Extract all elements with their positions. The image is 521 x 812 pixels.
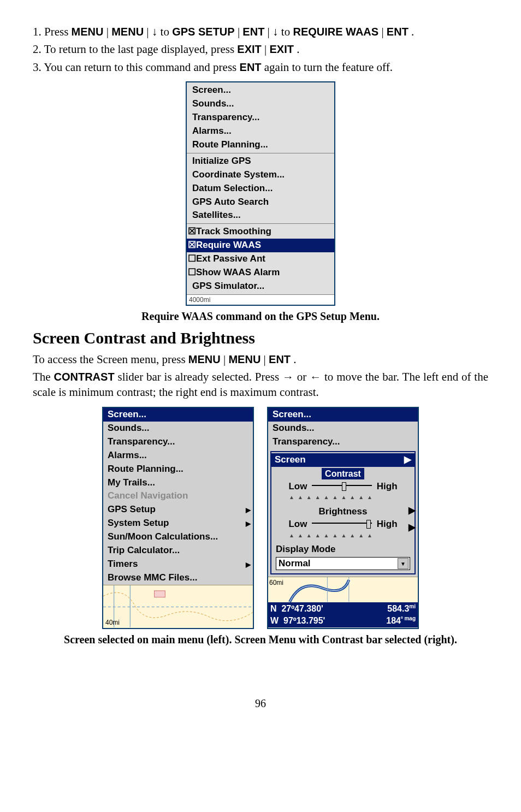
menu-item-system-setup[interactable]: System Setup▶ [103, 517, 253, 530]
text: or [297, 370, 310, 383]
submenu-arrow-icon: ▶ [246, 506, 251, 514]
step-2: 2. To return to the last page displayed,… [33, 42, 488, 57]
screen-menu-panel: Screen... Sounds... Transparency... Scre… [267, 407, 419, 629]
text: . [411, 25, 414, 38]
figure-two-panels: Screen... Sounds... Transparency... Alar… [33, 407, 488, 629]
screen-overlay: Screen ▶ Contrast Low High ▲▲▲▲▲▲▲▲▲▲ Br… [270, 451, 416, 575]
text: . [293, 353, 296, 366]
menu-item[interactable]: Sounds... [268, 422, 418, 435]
menu-item[interactable]: Screen... [187, 84, 334, 97]
dropdown-arrow-icon[interactable]: ▼ [398, 558, 408, 569]
svg-rect-3 [155, 591, 165, 597]
key-exit: EXIT [269, 43, 293, 55]
high-label: High [377, 519, 398, 529]
checkbox-icon: ☐ [188, 267, 196, 277]
menu-item[interactable]: Alarms... [103, 449, 253, 463]
text: 1. Press [33, 25, 72, 38]
menu-item[interactable]: Datum Selection... [187, 182, 334, 195]
menu-section-2: Initialize GPS Coordinate System... Datu… [187, 153, 334, 224]
gps-setup-menu: Screen... Sounds... Transparency... Alar… [186, 81, 335, 306]
page-number: 96 [33, 696, 488, 711]
menu-item-require-waas[interactable]: ☒Require WAAS [187, 239, 334, 252]
low-label: Low [288, 481, 307, 491]
sep: | [146, 25, 149, 38]
key-ent: ENT [240, 61, 262, 73]
w-value: 97º13.795' [283, 616, 325, 625]
menu-item[interactable]: Initialize GPS [187, 155, 334, 168]
menu-item[interactable]: Trip Calculator... [103, 544, 253, 558]
overlay-title: Screen ▶ [271, 453, 415, 467]
display-mode-value: Normal [279, 558, 311, 570]
menu-item-gps-simulator[interactable]: GPS Simulator... [187, 280, 334, 293]
sep: | [264, 43, 267, 56]
menu-item[interactable]: Sounds... [103, 422, 253, 435]
text: again to turn the feature off. [264, 61, 393, 74]
menu-item[interactable]: Sun/Moon Calculations... [103, 530, 253, 544]
n-value: 27º47.380' [281, 604, 323, 613]
submenu-arrow-icon: ▶ [246, 519, 251, 528]
text: To access the Screen menu, press [33, 353, 188, 366]
label: Ext Passive Ant [196, 253, 265, 264]
arrow-right-icon: → [282, 370, 294, 383]
submenu-arrow-icon: ▶ [408, 505, 416, 517]
figure-caption-1: Require WAAS command on the GPS Setup Me… [33, 309, 488, 324]
submenu-arrow-icon: ▶ [404, 454, 411, 466]
label: Show WAAS Alarm [196, 267, 280, 277]
menu-item-track-smoothing[interactable]: ☒Track Smoothing [187, 225, 334, 239]
figure-caption-2: Screen selected on main menu (left). Scr… [33, 632, 488, 647]
menu-item-show-waas-alarm[interactable]: ☐Show WAAS Alarm [187, 266, 334, 280]
checkbox-icon: ☒ [188, 226, 196, 236]
key-menu: MENU [188, 353, 221, 365]
menu-item[interactable]: Browse MMC Files... [103, 571, 253, 585]
text: The [33, 370, 54, 383]
checkbox-icon: ☐ [188, 253, 196, 264]
menu-item[interactable]: Sounds... [187, 97, 334, 111]
contrast-label: Contrast [322, 468, 364, 480]
menu-item[interactable]: Satellites... [187, 209, 334, 222]
menu-item[interactable]: Route Planning... [187, 138, 334, 152]
menu-item[interactable]: Route Planning... [103, 463, 253, 476]
map-scale: 40mi [105, 618, 120, 627]
menu-item-screen[interactable]: Screen... [103, 408, 253, 422]
menu-item[interactable]: GPS Auto Search [187, 195, 334, 209]
sep: | [223, 353, 226, 366]
menu-item[interactable]: Transparency... [268, 435, 418, 449]
key-menu: MENU [228, 353, 260, 365]
key-menu: MENU [72, 26, 104, 38]
brightness-slider[interactable] [312, 523, 372, 524]
arrow-left-icon: ← [310, 370, 321, 383]
contrast-slider[interactable] [312, 485, 372, 486]
menu-item[interactable]: Alarms... [187, 125, 334, 138]
menu-item-cancel-navigation: Cancel Navigation [103, 489, 253, 503]
key-require-waas: REQUIRE WAAS [293, 26, 378, 38]
brightness-row: Brightness ▶ Low High ▶ [271, 505, 415, 532]
menu-section-3: ☒Track Smoothing ☒Require WAAS ☐Ext Pass… [187, 224, 334, 295]
step-1: 1. Press MENU | MENU | ↓ to GPS SETUP | … [33, 24, 488, 39]
main-menu-panel: Screen... Sounds... Transparency... Alar… [102, 407, 254, 629]
map-preview: 60mi [268, 577, 418, 602]
menu-item[interactable]: Coordinate System... [187, 168, 334, 182]
text: to [281, 25, 293, 38]
para-access-screen-menu: To access the Screen menu, press MENU | … [33, 352, 488, 367]
label: Track Smoothing [196, 226, 271, 236]
text: slider bar is already selected. Press [117, 370, 282, 383]
menu-item[interactable]: Transparency... [187, 111, 334, 125]
w-label: W [270, 616, 279, 625]
menu-item[interactable]: Transparency... [103, 435, 253, 449]
menu-section-1: Screen... Sounds... Transparency... Alar… [187, 82, 334, 153]
display-mode-label: Display Mode [271, 542, 415, 557]
text: 3. You can return to this command and pr… [33, 61, 240, 74]
arrow-down-icon: ↓ [273, 25, 279, 38]
label: Require WAAS [196, 240, 261, 250]
menu-item-screen[interactable]: Screen... [268, 408, 418, 422]
menu-item[interactable]: My Trails... [103, 476, 253, 490]
menu-item-ext-passive-ant[interactable]: ☐Ext Passive Ant [187, 252, 334, 266]
display-mode-select[interactable]: Normal ▼ [276, 557, 410, 570]
ticks: ▲▲▲▲▲▲▲▲▲▲ [289, 494, 397, 501]
map-scale: 60mi [269, 578, 283, 587]
sep: | [268, 25, 270, 38]
menu-item-timers[interactable]: Timers▶ [103, 558, 253, 571]
menu-item-gps-setup[interactable]: GPS Setup▶ [103, 503, 253, 517]
key-contrast: CONTRAST [54, 371, 115, 383]
distance-value: 584.3 [387, 604, 409, 614]
